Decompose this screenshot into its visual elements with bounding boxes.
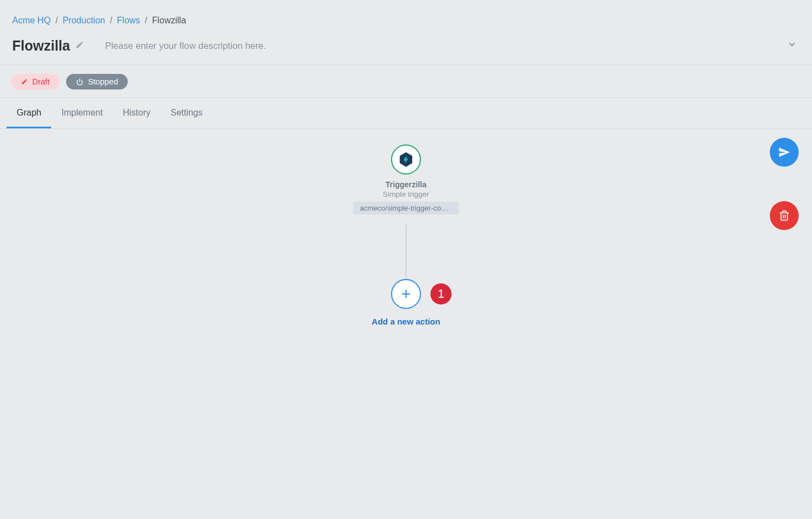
flow-canvas[interactable]: Triggerzilla Simple trigger acmeco/simpl…: [0, 129, 812, 509]
stopped-chip[interactable]: Stopped: [66, 74, 128, 89]
tab-graph[interactable]: Graph: [7, 98, 51, 128]
draft-chip[interactable]: Draft: [11, 74, 59, 89]
breadcrumb-separator: /: [110, 16, 112, 25]
trigger-node-title: Triggerzilla: [345, 180, 467, 189]
status-bar: Draft Stopped: [0, 65, 812, 98]
breadcrumb-current: Flowzilla: [152, 16, 186, 25]
add-action-label[interactable]: Add a new action: [345, 317, 467, 326]
node-connector-line: [406, 224, 407, 280]
tab-history[interactable]: History: [113, 98, 161, 128]
delete-fab[interactable]: [770, 201, 799, 230]
add-action-node: + Add a new action: [345, 279, 467, 326]
pencil-icon: [21, 78, 28, 85]
breadcrumb-link-org[interactable]: Acme HQ: [12, 16, 51, 25]
power-icon: [76, 78, 83, 86]
trigger-node-tag[interactable]: acmeco/simple-trigger-com...: [353, 202, 459, 214]
breadcrumb: Acme HQ / Production / Flows / Flowzilla: [12, 16, 800, 26]
page-header: Acme HQ / Production / Flows / Flowzilla…: [0, 0, 812, 65]
title-row: Flowzilla Please enter your flow descrip…: [12, 37, 800, 54]
paper-plane-icon: [778, 146, 790, 158]
tab-settings[interactable]: Settings: [161, 98, 213, 128]
page-title: Flowzilla: [12, 38, 70, 54]
publish-fab[interactable]: [770, 138, 799, 167]
breadcrumb-link-flows[interactable]: Flows: [117, 16, 141, 25]
chevron-down-icon[interactable]: [784, 37, 800, 54]
breadcrumb-link-env[interactable]: Production: [63, 16, 106, 25]
trigger-node-circle[interactable]: [391, 144, 421, 174]
lightning-hex-icon: [398, 151, 414, 168]
trigger-node[interactable]: Triggerzilla Simple trigger acmeco/simpl…: [345, 144, 467, 217]
trigger-node-subtitle: Simple trigger: [345, 190, 467, 198]
breadcrumb-separator: /: [56, 16, 58, 25]
flow-description-placeholder[interactable]: Please enter your flow description here.: [105, 41, 266, 51]
tabs: Graph Implement History Settings: [0, 98, 812, 129]
pencil-icon[interactable]: [76, 41, 84, 51]
plus-icon: +: [401, 285, 411, 303]
stopped-chip-label: Stopped: [88, 77, 118, 86]
trash-icon: [779, 210, 790, 221]
draft-chip-label: Draft: [32, 77, 49, 86]
tab-implement[interactable]: Implement: [51, 98, 113, 128]
add-action-button[interactable]: +: [391, 279, 421, 309]
breadcrumb-separator: /: [145, 16, 147, 25]
